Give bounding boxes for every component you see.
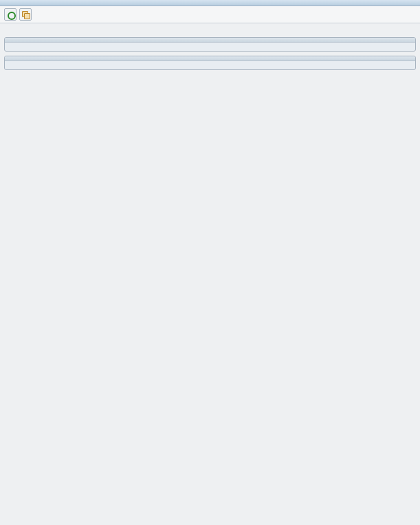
toolbar [0,6,420,23]
group-title-new-po [5,38,415,43]
selection-bottom [0,82,420,92]
group-title-other [5,56,415,61]
execute-icon[interactable] [4,8,16,21]
variant-icon[interactable] [19,8,32,21]
selection-top [0,23,420,33]
page-title [0,0,420,6]
group-new-po [4,37,416,52]
group-other-params [4,56,416,70]
